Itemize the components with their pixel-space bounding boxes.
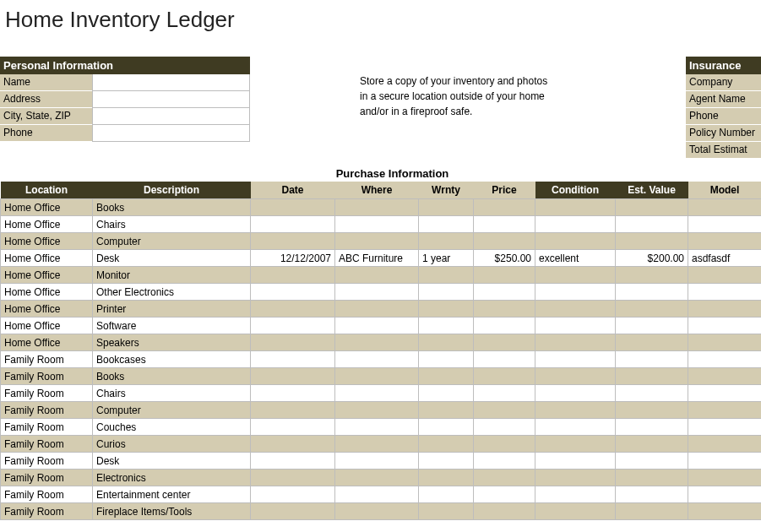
cell-model[interactable] — [688, 419, 762, 436]
cell-location[interactable]: Home Office — [1, 334, 93, 351]
table-row[interactable]: Home OfficeDesk12/12/2007ABC Furniture1 … — [1, 250, 762, 267]
cell-model[interactable] — [688, 216, 762, 233]
cell-desc[interactable]: Books — [93, 199, 251, 216]
cell-desc[interactable]: Electronics — [93, 470, 251, 486]
cell-date[interactable] — [251, 402, 335, 419]
table-row[interactable]: Family RoomFireplace Items/Tools — [1, 503, 762, 520]
cell-price[interactable] — [474, 351, 535, 368]
cell-est[interactable] — [616, 351, 688, 368]
cell-wrnty[interactable] — [419, 318, 474, 334]
cell-date[interactable] — [251, 351, 335, 368]
cell-cond[interactable] — [535, 470, 616, 486]
table-row[interactable]: Home OfficeChairs — [1, 216, 762, 233]
cell-cond[interactable] — [535, 301, 616, 318]
table-row[interactable]: Family RoomChairs — [1, 385, 762, 402]
cell-price[interactable] — [474, 436, 535, 453]
cell-desc[interactable]: Printer — [93, 301, 251, 318]
cell-where[interactable] — [335, 318, 419, 334]
cell-cond[interactable] — [535, 233, 616, 250]
cell-where[interactable] — [335, 301, 419, 318]
cell-desc[interactable]: Couches — [93, 419, 251, 436]
cell-wrnty[interactable] — [419, 334, 474, 351]
cell-location[interactable]: Home Office — [1, 318, 93, 334]
cell-desc[interactable]: Books — [93, 368, 251, 385]
input-phone[interactable] — [92, 125, 250, 142]
cell-cond[interactable] — [535, 503, 616, 520]
cell-price[interactable] — [474, 385, 535, 402]
cell-location[interactable]: Family Room — [1, 470, 93, 486]
cell-where[interactable]: ABC Furniture — [335, 250, 419, 267]
table-row[interactable]: Family RoomComputer — [1, 402, 762, 419]
cell-model[interactable] — [688, 351, 762, 368]
cell-cond[interactable] — [535, 199, 616, 216]
cell-location[interactable]: Family Room — [1, 419, 93, 436]
cell-location[interactable]: Home Office — [1, 199, 93, 216]
cell-desc[interactable]: Chairs — [93, 385, 251, 402]
table-row[interactable]: Family RoomBookcases — [1, 351, 762, 368]
table-row[interactable]: Family RoomDesk — [1, 453, 762, 470]
cell-est[interactable]: $200.00 — [616, 250, 688, 267]
cell-desc[interactable]: Monitor — [93, 267, 251, 284]
cell-wrnty[interactable] — [419, 233, 474, 250]
input-csz[interactable] — [92, 108, 250, 125]
cell-wrnty[interactable] — [419, 199, 474, 216]
cell-where[interactable] — [335, 368, 419, 385]
cell-est[interactable] — [616, 318, 688, 334]
cell-est[interactable] — [616, 436, 688, 453]
cell-model[interactable] — [688, 385, 762, 402]
cell-model[interactable] — [688, 368, 762, 385]
cell-cond[interactable]: excellent — [535, 250, 616, 267]
cell-wrnty[interactable] — [419, 470, 474, 486]
cell-est[interactable] — [616, 233, 688, 250]
cell-model[interactable]: asdfasdf — [688, 250, 762, 267]
cell-cond[interactable] — [535, 402, 616, 419]
cell-cond[interactable] — [535, 351, 616, 368]
cell-model[interactable] — [688, 470, 762, 486]
table-row[interactable]: Home OfficePrinter — [1, 301, 762, 318]
cell-price[interactable] — [474, 402, 535, 419]
cell-price[interactable] — [474, 486, 535, 503]
cell-location[interactable]: Home Office — [1, 216, 93, 233]
cell-date[interactable] — [251, 436, 335, 453]
cell-est[interactable] — [616, 368, 688, 385]
table-row[interactable]: Home OfficeComputer — [1, 233, 762, 250]
cell-location[interactable]: Family Room — [1, 453, 93, 470]
cell-date[interactable]: 12/12/2007 — [251, 250, 335, 267]
cell-est[interactable] — [616, 419, 688, 436]
cell-desc[interactable]: Fireplace Items/Tools — [93, 503, 251, 520]
cell-est[interactable] — [616, 301, 688, 318]
cell-location[interactable]: Family Room — [1, 351, 93, 368]
cell-est[interactable] — [616, 334, 688, 351]
cell-location[interactable]: Family Room — [1, 486, 93, 503]
cell-desc[interactable]: Desk — [93, 250, 251, 267]
cell-wrnty[interactable] — [419, 402, 474, 419]
cell-date[interactable] — [251, 216, 335, 233]
cell-cond[interactable] — [535, 385, 616, 402]
cell-date[interactable] — [251, 233, 335, 250]
table-row[interactable]: Home OfficeOther Electronics — [1, 284, 762, 301]
cell-cond[interactable] — [535, 334, 616, 351]
cell-cond[interactable] — [535, 318, 616, 334]
cell-price[interactable] — [474, 334, 535, 351]
cell-date[interactable] — [251, 419, 335, 436]
cell-where[interactable] — [335, 486, 419, 503]
cell-est[interactable] — [616, 199, 688, 216]
cell-where[interactable] — [335, 267, 419, 284]
cell-where[interactable] — [335, 453, 419, 470]
cell-model[interactable] — [688, 436, 762, 453]
cell-location[interactable]: Home Office — [1, 250, 93, 267]
cell-price[interactable] — [474, 199, 535, 216]
cell-wrnty[interactable]: 1 year — [419, 250, 474, 267]
cell-date[interactable] — [251, 385, 335, 402]
cell-price[interactable] — [474, 267, 535, 284]
cell-wrnty[interactable] — [419, 351, 474, 368]
cell-desc[interactable]: Speakers — [93, 334, 251, 351]
table-row[interactable]: Family RoomElectronics — [1, 470, 762, 486]
cell-est[interactable] — [616, 503, 688, 520]
cell-desc[interactable]: Bookcases — [93, 351, 251, 368]
table-row[interactable]: Home OfficeBooks — [1, 199, 762, 216]
table-row[interactable]: Family RoomCurios — [1, 436, 762, 453]
cell-location[interactable]: Home Office — [1, 233, 93, 250]
cell-desc[interactable]: Computer — [93, 402, 251, 419]
cell-est[interactable] — [616, 453, 688, 470]
